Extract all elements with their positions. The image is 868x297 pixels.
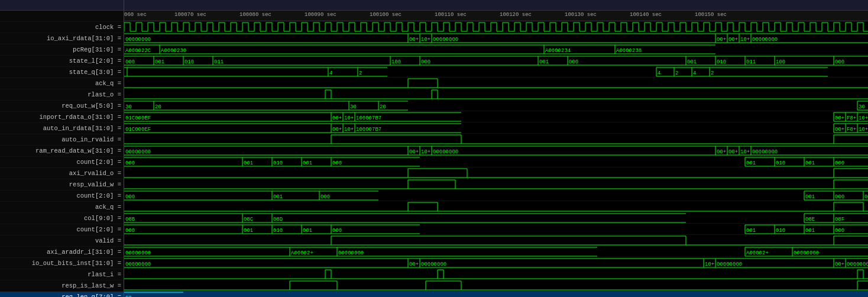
wave-row: 08B08C08D08E08F [124, 212, 868, 224]
signal-row[interactable]: ack_q = [0, 78, 124, 89]
svg-text:08D: 08D [273, 217, 283, 222]
time-label: 100130 sec [565, 12, 597, 18]
time-label: 100110 sec [435, 12, 467, 18]
waves-panel[interactable]: 060 sec100070 sec100080 sec100090 sec100… [124, 11, 868, 297]
svg-text:08F: 08F [835, 217, 844, 222]
svg-text:00000000: 00000000 [717, 262, 742, 267]
svg-text:100007B7: 100007B7 [356, 115, 381, 121]
signal-row[interactable]: state_l[2:0] = [0, 56, 124, 67]
svg-text:011: 011 [746, 59, 756, 65]
signal-row[interactable]: io_axi_rdata[31:0] = [0, 33, 124, 44]
svg-text:01C000EF: 01C000EF [125, 115, 151, 121]
svg-text:00+: 00+ [409, 37, 419, 43]
signal-row[interactable]: resp_valid_w = [0, 179, 124, 191]
svg-text:000: 000 [125, 160, 135, 166]
svg-text:100: 100 [391, 59, 401, 65]
signal-row[interactable]: pcReg[31:0] = [0, 44, 124, 56]
svg-text:000: 000 [332, 228, 342, 234]
time-label: 100150 sec [695, 12, 727, 18]
svg-text:001: 001 [244, 160, 253, 166]
signal-row[interactable]: ram_read_data_w[31:0] = [0, 146, 124, 157]
svg-text:00000000: 00000000 [752, 149, 778, 155]
svg-text:100: 100 [776, 59, 785, 65]
svg-text:00000000: 00000000 [125, 262, 151, 267]
svg-text:001: 001 [746, 228, 756, 234]
signal-row[interactable]: inport_rdata_o[31:0] = [0, 112, 124, 123]
svg-text:010: 010 [273, 160, 283, 166]
svg-text:08B: 08B [125, 217, 135, 222]
svg-text:000: 000 [835, 59, 844, 65]
wave-rows: 0000000000+10+0000000000+00+10+00000000A… [124, 21, 868, 297]
signal-row[interactable]: req_out_w[5:0] = [0, 101, 124, 112]
svg-text:2: 2 [675, 70, 678, 76]
signal-row[interactable]: rlast_i = [0, 269, 124, 280]
signal-row[interactable]: auto_in_rdata[31:0] = [0, 123, 124, 134]
svg-text:001: 001 [746, 160, 756, 166]
svg-text:08E: 08E [805, 217, 815, 222]
svg-text:A00002+: A00002+ [291, 250, 313, 256]
svg-text:000: 000 [569, 59, 578, 65]
svg-text:00000000: 00000000 [847, 262, 868, 267]
svg-text:100007B7: 100007B7 [356, 127, 381, 133]
svg-text:000: 000 [332, 160, 342, 166]
svg-text:A0000230: A0000230 [161, 48, 186, 54]
wave-row: A000022CA0000230A0000234A0000238 [124, 44, 868, 55]
svg-text:10+: 10+ [859, 127, 868, 133]
svg-text:10+: 10+ [421, 37, 430, 43]
signal-row[interactable]: rlast_o = [0, 89, 124, 101]
signal-row[interactable]: auto_in_rvalid = [0, 134, 124, 146]
svg-text:001: 001 [805, 194, 815, 200]
wave-row [124, 280, 868, 291]
svg-text:4: 4 [693, 70, 696, 76]
wave-row [124, 89, 868, 100]
time-label: 100100 sec [370, 12, 401, 18]
svg-text:001: 001 [244, 228, 253, 234]
svg-text:30: 30 [859, 104, 865, 110]
signal-row[interactable]: col[9:0] = [0, 213, 124, 224]
svg-text:A00002+: A00002+ [746, 250, 769, 256]
signal-row[interactable]: axi_araddr_i[31:0] = [0, 247, 124, 258]
svg-text:10+: 10+ [740, 37, 750, 43]
svg-text:00000000: 00000000 [433, 37, 458, 43]
time-row [0, 11, 124, 22]
signal-row[interactable]: io_out_bits_inst[31:0] = [0, 258, 124, 269]
svg-text:010: 010 [717, 59, 726, 65]
svg-text:10+: 10+ [344, 127, 354, 133]
signal-row[interactable]: ack_q = [0, 202, 124, 213]
svg-text:00000000: 00000000 [433, 149, 458, 155]
svg-text:00000000: 00000000 [421, 262, 446, 267]
signal-row[interactable]: count[2:0] = [0, 157, 124, 168]
signal-row[interactable]: axi_rvalid_o = [0, 168, 124, 179]
wave-row: 01C000EF00+10+100007B700+F8+10+00E781A3 [124, 111, 868, 122]
signal-row[interactable]: req_len_q[7:0] = [0, 292, 124, 297]
svg-text:00+: 00+ [409, 149, 419, 155]
wave-row [124, 134, 868, 145]
svg-text:00+: 00+ [835, 115, 844, 121]
svg-text:4: 4 [329, 70, 332, 76]
signal-row[interactable]: count[2:0] = [0, 191, 124, 202]
svg-text:00000000: 00000000 [125, 37, 151, 43]
svg-text:001: 001 [539, 59, 549, 65]
svg-text:00+: 00+ [835, 127, 844, 133]
svg-text:001: 001 [805, 160, 815, 166]
svg-text:001: 001 [687, 59, 697, 65]
svg-text:10+: 10+ [859, 115, 868, 121]
svg-text:000: 000 [125, 228, 135, 234]
wave-row [124, 78, 868, 89]
svg-text:00000000: 00000000 [125, 149, 151, 155]
svg-text:001: 001 [273, 194, 283, 200]
wave-row: 000001000001000001000 [124, 190, 868, 201]
svg-text:001: 001 [805, 228, 815, 234]
signal-row[interactable]: state_q[3:0] = [0, 67, 124, 78]
svg-text:00000000: 00000000 [793, 250, 819, 256]
svg-text:F8+: F8+ [847, 127, 856, 133]
signal-row[interactable]: valid = [0, 235, 124, 247]
wave-row: 0000000000+0000000010+0000000000+0000000… [124, 257, 868, 269]
time-label: 100080 sec [239, 12, 271, 18]
svg-text:010: 010 [776, 160, 785, 166]
signal-row[interactable]: clock = [0, 22, 124, 33]
signal-row[interactable]: resp_is_last_w = [0, 280, 124, 292]
svg-text:00+: 00+ [332, 115, 342, 121]
svg-text:10+: 10+ [740, 149, 750, 155]
signal-row[interactable]: count[2:0] = [0, 224, 124, 235]
